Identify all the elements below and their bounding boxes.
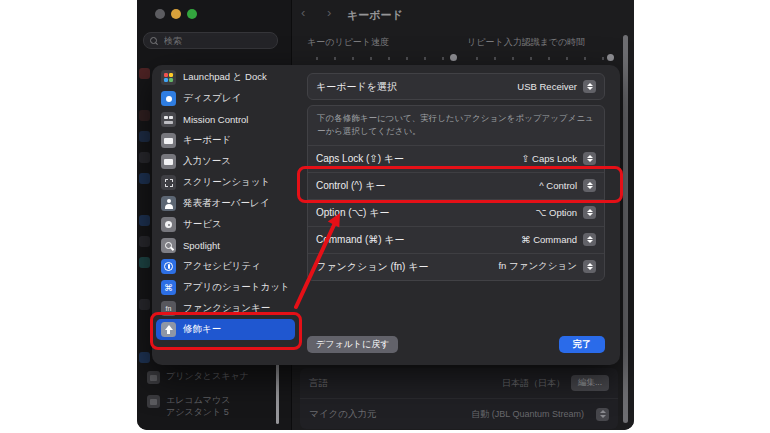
back-chevron-icon[interactable]: ‹ [301,6,305,20]
input-source-icon [161,154,176,169]
sidebar-item-function-keys[interactable]: ファンクションキー [156,298,295,319]
sidebar-item-display[interactable]: ディスプレイ [156,88,295,109]
sheet-sidebar: Launchpad と Dock ディスプレイ Mission Control … [156,67,295,340]
sidebar-item-screenshots[interactable]: スクリーンショット [156,172,295,193]
command-key-popup[interactable]: ⌘ Command [521,233,596,246]
sidebar-item-label: エレコムマウス アシスタント 5 [166,395,230,418]
popup-stepper-icon[interactable] [583,206,596,219]
sidebar-item-input-sources[interactable]: 入力ソース [156,151,295,172]
presenter-overlay-icon [161,196,176,211]
covered-sidebar-icon [139,173,150,184]
sidebar-item-modifier-keys[interactable]: 修飾キー [156,319,295,340]
keyboard-shortcuts-sheet: Launchpad と Dock ディスプレイ Mission Control … [152,65,620,365]
keyboard-icon [161,133,176,148]
sidebar-item-elecom-mouse[interactable]: エレコムマウス アシスタント 5 [147,395,230,418]
printer-icon [147,371,160,384]
mic-input-popup-stepper[interactable] [596,408,609,421]
caps-lock-popup[interactable]: ⇪ Caps Lock [522,152,596,165]
sidebar-item-launchpad-dock[interactable]: Launchpad と Dock [156,67,295,88]
repeat-speed-label: キーのリピート速度 [307,36,389,49]
repeat-delay-slider[interactable] [467,55,614,60]
page-title: キーボード [347,8,403,23]
edit-button[interactable]: 編集... [571,375,609,391]
sidebar-item-mission-control[interactable]: Mission Control [156,109,295,130]
content-scrollbar[interactable] [623,35,628,423]
language-row: 言語 日本語（日本） 編集... [300,368,618,398]
sidebar-item-label: プリンタとスキャナ [166,371,249,383]
caps-lock-row: Caps Lock (⇪) キー ⇪ Caps Lock [308,146,604,172]
sidebar-item-spotlight[interactable]: Spotlight [156,235,295,256]
system-settings-window: ‹ › キーボード キーのリピート速度 リピート入力認識までの時間 プリンタとス… [137,0,634,430]
language-label: 言語 [309,377,328,390]
dimmed-settings-group: 言語 日本語（日本） 編集... マイクの入力元 自動 (JBL Quantum… [300,368,618,429]
function-key-popup[interactable]: fn ファンクション [498,260,596,273]
popup-stepper-icon[interactable] [583,179,596,192]
repeat-speed-slider-knob[interactable] [450,54,457,61]
app-shortcuts-icon [161,280,176,295]
sidebar-item-app-shortcuts[interactable]: アプリのショートカット [156,277,295,298]
restore-defaults-button[interactable]: デフォルトに戻す [307,336,398,353]
sidebar-item-services[interactable]: サービス [156,214,295,235]
keyboard-select-popup[interactable]: USB Receiver [517,80,596,93]
done-button[interactable]: 完了 [559,336,605,353]
control-key-row: Control (^) キー ^ Control [308,172,604,199]
popup-stepper-icon[interactable] [583,233,596,246]
screenshot-stage: ‹ › キーボード キーのリピート速度 リピート入力認識までの時間 プリンタとス… [0,0,770,433]
screenshot-icon [161,175,176,190]
repeat-speed-slider[interactable] [307,55,457,60]
modifier-keys-icon [161,322,176,337]
repeat-delay-label: リピート入力認識までの時間 [467,36,585,49]
keyboard-select-label: キーボードを選択 [316,80,397,94]
minimize-button[interactable] [171,9,181,19]
sidebar-item-accessibility[interactable]: アクセシビリティ [156,256,295,277]
search-field[interactable] [143,32,278,49]
keyboard-select-row: キーボードを選択 USB Receiver [308,74,604,99]
command-key-row: Command (⌘) キー ⌘ Command [308,226,604,253]
function-keys-icon [161,301,176,316]
option-key-popup[interactable]: ⌥ Option [535,206,596,219]
zoom-button[interactable] [187,9,197,19]
repeat-delay-slider-knob[interactable] [607,54,614,61]
covered-sidebar-icon [139,299,150,310]
spotlight-icon [161,238,176,253]
launchpad-icon [161,70,176,85]
services-icon [161,217,176,232]
function-key-row: ファンクション (fn) キー fn ファンクション [308,253,604,280]
sidebar-item-keyboard[interactable]: キーボード [156,130,295,151]
popup-stepper-icon[interactable] [583,80,596,93]
control-key-popup[interactable]: ^ Control [539,179,596,192]
sidebar-item-printers[interactable]: プリンタとスキャナ [147,371,249,384]
keyboard-select-group: キーボードを選択 USB Receiver [307,73,605,100]
mic-input-value: 自動 (JBL Quantum Stream) [471,408,584,421]
search-input[interactable] [162,35,271,47]
covered-sidebar-icon [139,68,150,79]
search-icon [150,37,158,45]
popup-stepper-icon[interactable] [583,152,596,165]
covered-sidebar-icon [139,152,150,163]
mission-control-icon [161,112,176,127]
modifier-keys-description: 下の各修飾キーについて、実行したいアクションをポップアップメニューから選択してく… [308,106,604,146]
display-icon [161,91,176,106]
mouse-utility-icon [147,395,160,408]
covered-sidebar-icon [139,215,150,226]
popup-stepper-icon[interactable] [583,260,596,273]
covered-sidebar-icon [139,110,150,121]
sidebar-item-presenter-overlay[interactable]: 発表者オーバーレイ [156,193,295,214]
covered-sidebar-icon [139,131,150,142]
covered-sidebar-icon [139,257,150,268]
accessibility-icon [161,259,176,274]
close-button[interactable] [155,9,165,19]
sidebar-scrollbar[interactable] [276,356,279,424]
mic-input-label: マイクの入力元 [309,408,376,421]
language-value: 日本語（日本） [502,377,565,390]
covered-sidebar-icon [139,352,150,363]
option-key-row: Option (⌥) キー ⌥ Option [308,199,604,226]
covered-sidebar-icon [139,236,150,247]
modifier-keys-group: 下の各修飾キーについて、実行したいアクションをポップアップメニューから選択してく… [307,105,605,281]
forward-chevron-icon[interactable]: › [327,6,331,20]
mic-input-row: マイクの入力元 自動 (JBL Quantum Stream) [300,398,618,429]
